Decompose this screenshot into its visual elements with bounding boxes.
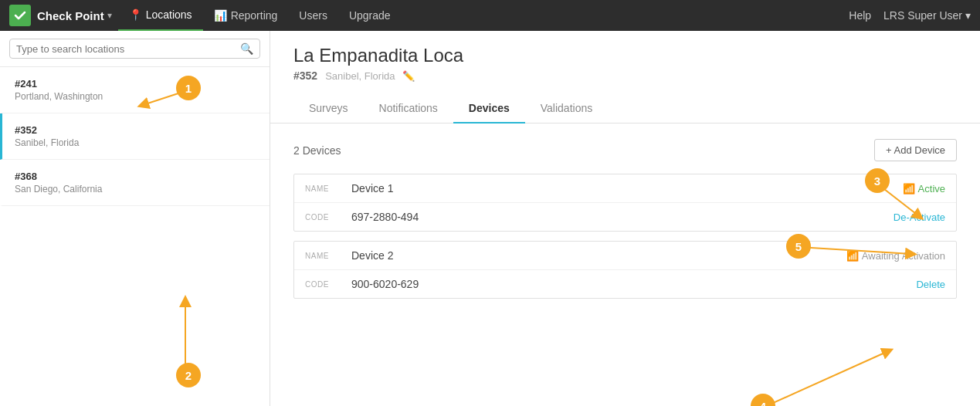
devices-count: 2 Devices — [293, 144, 341, 157]
device-1-name-label: NAME — [305, 184, 351, 193]
location-241-sub: Portland, Washington — [15, 91, 257, 102]
location-241-num: #241 — [15, 78, 257, 90]
search-box: 🔍 — [0, 31, 270, 67]
brand-name: Check Point — [37, 9, 104, 22]
location-list: #241 Portland, Washington #352 Sanibel, … — [0, 67, 270, 406]
brand[interactable]: Check Point — [9, 5, 104, 26]
delete-link[interactable]: Delete — [916, 279, 945, 290]
device-1-code-label: CODE — [305, 213, 351, 222]
content-area: La Empanadita Loca #352 Sanibel, Florida… — [270, 31, 980, 406]
deactivate-link[interactable]: De-Activate — [894, 211, 945, 223]
search-icon: 🔍 — [240, 42, 253, 55]
nav-reporting[interactable]: 📊 Reporting — [203, 0, 289, 31]
device-2-action: Delete — [916, 279, 945, 290]
location-item-352[interactable]: #352 Sanibel, Florida — [0, 113, 270, 160]
device-1-action: De-Activate — [894, 211, 945, 223]
device-2-name-label: NAME — [305, 252, 351, 260]
device-2-status-text: Awaiting Activation — [862, 250, 945, 262]
device-card-2: NAME Device 2 📶 Awaiting Activation CODE… — [293, 241, 957, 299]
device-1-status-text: Active — [918, 183, 945, 195]
device-1-status: 📶 Active — [903, 183, 945, 195]
content-meta: #352 Sanibel, Florida ✏️ — [293, 69, 957, 82]
topnav: Check Point ▾ 📍 Locations 📊 Reporting Us… — [0, 0, 980, 31]
nav-users[interactable]: Users — [288, 0, 338, 31]
brand-logo — [9, 5, 31, 26]
location-352-num: #352 — [15, 124, 257, 136]
location-place: Sanibel, Florida — [325, 70, 395, 82]
device-2-name-value: Device 2 — [351, 249, 846, 262]
device-2-code-row: CODE 900-6020-629 Delete — [294, 270, 956, 298]
location-id: #352 — [293, 69, 317, 82]
device-2-name-row: NAME Device 2 📶 Awaiting Activation — [294, 242, 956, 270]
wifi-active-icon: 📶 — [903, 183, 915, 195]
device-2-code-value: 900-6020-629 — [351, 278, 916, 290]
device-1-name-value: Device 1 — [351, 182, 903, 195]
edit-icon[interactable]: ✏️ — [402, 70, 415, 82]
location-item-368[interactable]: #368 San Diego, California — [0, 160, 270, 206]
wifi-awaiting-icon: 📶 — [846, 250, 859, 262]
add-device-button[interactable]: + Add Device — [874, 139, 957, 161]
location-368-sub: San Diego, California — [15, 184, 257, 195]
device-card-1: NAME Device 1 📶 Active CODE 697-2880-494… — [293, 174, 957, 232]
main-layout: 🔍 #241 Portland, Washington #352 Sanibel… — [0, 31, 980, 406]
location-368-num: #368 — [15, 171, 257, 182]
device-2-status: 📶 Awaiting Activation — [846, 250, 945, 262]
device-1-code-row: CODE 697-2880-494 De-Activate — [294, 203, 956, 231]
search-input[interactable] — [16, 43, 240, 55]
location-name: La Empanadita Loca — [293, 45, 957, 66]
content-header: La Empanadita Loca #352 Sanibel, Florida… — [270, 31, 980, 82]
device-2-code-label: CODE — [305, 280, 351, 289]
tab-notifications[interactable]: Notifications — [364, 94, 453, 123]
device-1-code-value: 697-2880-494 — [351, 211, 894, 223]
device-1-name-row: NAME Device 1 📶 Active — [294, 174, 956, 203]
location-item-241[interactable]: #241 Portland, Washington — [0, 67, 270, 113]
tab-validations[interactable]: Validations — [525, 94, 608, 123]
nav-locations[interactable]: 📍 Locations — [118, 0, 203, 31]
devices-header: 2 Devices + Add Device — [293, 139, 957, 161]
search-wrap: 🔍 — [9, 39, 260, 59]
help-link[interactable]: Help — [849, 9, 871, 22]
location-352-sub: Sanibel, Florida — [15, 137, 257, 148]
tab-devices[interactable]: Devices — [453, 94, 525, 123]
locations-icon: 📍 — [129, 8, 142, 21]
sidebar: 🔍 #241 Portland, Washington #352 Sanibel… — [0, 31, 270, 406]
devices-section: 2 Devices + Add Device NAME Device 1 📶 A… — [270, 123, 980, 323]
topnav-right: Help LRS Super User ▾ — [849, 9, 971, 22]
user-name: LRS Super User — [883, 9, 962, 22]
user-menu[interactable]: LRS Super User ▾ — [883, 9, 971, 22]
user-dropdown-icon: ▾ — [965, 9, 971, 22]
reporting-icon: 📊 — [214, 9, 227, 22]
tabs: Surveys Notifications Devices Validation… — [270, 94, 980, 123]
brand-dropdown[interactable]: ▾ — [107, 10, 112, 21]
nav-upgrade[interactable]: Upgrade — [338, 0, 402, 31]
tab-surveys[interactable]: Surveys — [293, 94, 364, 123]
